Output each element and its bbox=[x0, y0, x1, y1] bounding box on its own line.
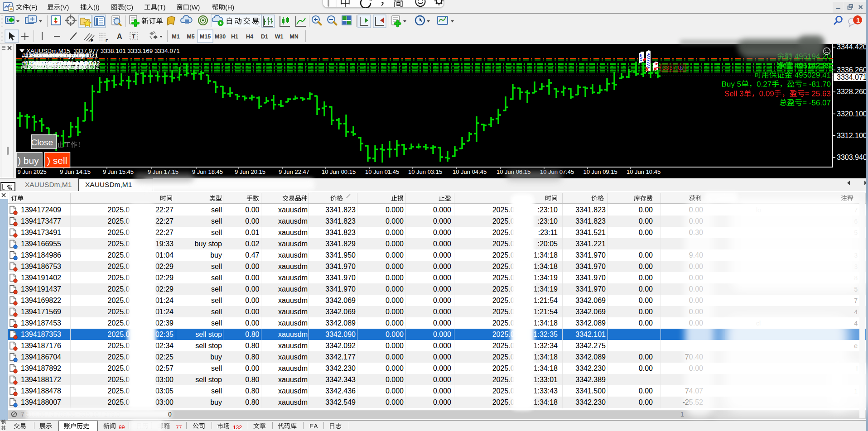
svg-text:0: 0 bbox=[168, 411, 172, 418]
